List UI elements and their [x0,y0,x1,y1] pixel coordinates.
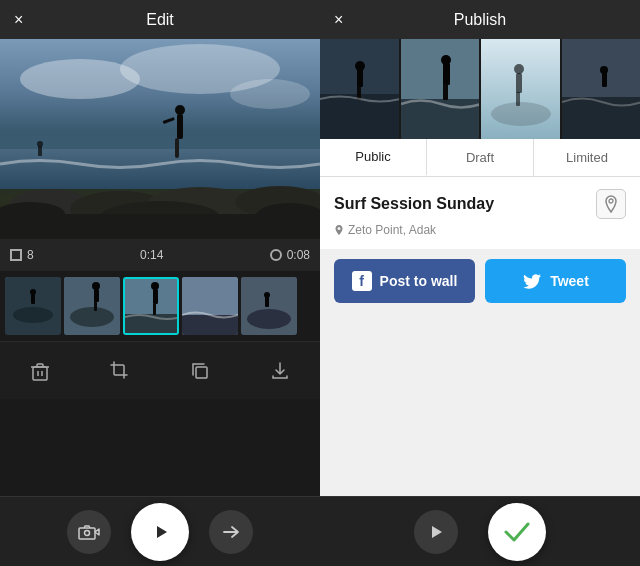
svg-rect-57 [516,73,522,93]
delete-button[interactable] [18,349,62,393]
facebook-icon: f [352,271,372,291]
svg-point-63 [600,66,608,74]
publish-info-section: Surf Session Sunday Zeto Point, Adak [320,177,640,249]
share-row: f Post to wall Tweet [320,249,640,313]
publish-title-row: Surf Session Sunday [334,189,626,219]
svg-rect-39 [33,367,47,380]
forward-button[interactable] [209,510,253,554]
svg-rect-19 [5,277,61,335]
svg-point-18 [37,141,43,147]
svg-rect-27 [94,301,97,311]
photo-item-4[interactable] [562,39,641,139]
clock-icon [270,249,282,261]
svg-marker-44 [157,526,167,538]
publish-close-button[interactable]: × [334,11,343,29]
film-thumb-1[interactable] [5,277,61,335]
twitter-icon [522,271,542,291]
visibility-tabs: Public Draft Limited [320,139,640,177]
time-current: 0:14 [140,248,163,262]
facebook-share-button[interactable]: f Post to wall [334,259,475,303]
tab-public[interactable]: Public [320,139,427,176]
edit-panel: × Edit [0,0,320,566]
svg-point-36 [247,309,291,329]
edit-bottom-bar [0,496,320,566]
preview-background [0,39,320,239]
photo-item-3[interactable] [481,39,562,139]
publish-location: Zeto Point, Adak [334,223,626,237]
svg-point-14 [175,105,185,115]
film-thumb-5[interactable] [241,277,297,335]
svg-rect-42 [196,367,207,378]
left-spacer [0,399,320,496]
svg-rect-54 [443,84,448,100]
timeline-controls: 8 0:14 0:08 [0,239,320,271]
edit-header: × Edit [0,0,320,39]
camera-button[interactable] [67,510,111,554]
copy-button[interactable] [178,349,222,393]
svg-point-31 [151,282,159,290]
svg-rect-30 [153,289,158,304]
twitter-share-button[interactable]: Tweet [485,259,626,303]
publish-confirm-button[interactable] [488,503,546,561]
video-title: Surf Session Sunday [334,195,494,213]
crop-button[interactable] [98,349,142,393]
film-thumb-3-active[interactable] [123,277,179,335]
svg-rect-52 [443,63,450,85]
svg-rect-62 [602,72,607,87]
publish-bottom-bar [320,496,640,566]
svg-rect-59 [516,92,520,106]
svg-point-22 [30,289,36,295]
film-thumb-1-bg [5,277,61,335]
right-spacer [320,313,640,496]
svg-rect-4 [0,149,320,189]
edit-close-button[interactable]: × [14,11,23,29]
svg-rect-17 [38,146,42,156]
svg-point-43 [85,530,90,535]
time-total: 0:08 [287,248,310,262]
svg-point-20 [13,307,53,323]
publish-header: × Publish [320,0,640,39]
svg-point-3 [230,79,310,109]
svg-rect-47 [357,69,363,87]
play-button[interactable] [131,503,189,561]
svg-point-56 [491,102,551,126]
svg-rect-13 [177,114,183,139]
photo-item-1[interactable] [320,39,401,139]
svg-rect-37 [265,297,269,307]
svg-rect-21 [31,294,35,304]
location-button[interactable] [596,189,626,219]
svg-point-65 [338,227,341,230]
publish-title-header: Publish [454,11,506,29]
download-button[interactable] [258,349,302,393]
film-thumb-4[interactable] [182,277,238,335]
tab-limited[interactable]: Limited [534,139,640,176]
location-text: Zeto Point, Adak [348,223,436,237]
film-thumb-5-bg [241,277,297,335]
svg-marker-66 [432,526,442,538]
edit-toolbar [0,341,320,399]
svg-rect-16 [175,138,179,158]
film-thumb-4-bg [182,277,238,335]
time-total-area: 0:08 [270,248,310,262]
svg-point-58 [514,64,524,74]
tab-draft[interactable]: Draft [427,139,534,176]
svg-rect-25 [94,289,99,302]
svg-point-48 [355,61,365,71]
clip-count-area: 8 [10,248,34,262]
publish-play-button[interactable] [414,510,458,554]
twitter-share-label: Tweet [550,273,589,289]
svg-point-53 [441,55,451,65]
facebook-share-label: Post to wall [380,273,458,289]
tab-draft-label: Draft [466,150,494,165]
clip-count: 8 [27,248,34,262]
photo-item-2[interactable] [401,39,482,139]
edit-title: Edit [146,11,174,29]
film-thumb-2[interactable] [64,277,120,335]
main-video-preview [0,39,320,239]
svg-point-26 [92,282,100,290]
filmstrip [0,271,320,341]
clip-icon [10,249,22,261]
svg-rect-32 [153,303,156,315]
svg-rect-12 [0,214,320,239]
preview-scene [0,39,320,239]
